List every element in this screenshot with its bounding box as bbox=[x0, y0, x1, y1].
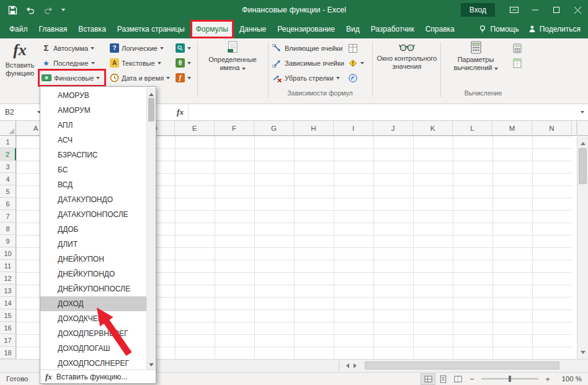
close-button[interactable] bbox=[567, 0, 588, 20]
sign-in-button[interactable]: Вход bbox=[461, 3, 495, 17]
function-menu-item[interactable]: АСЧ bbox=[40, 133, 146, 148]
function-menu-item[interactable]: ДОХОДПОСЛНЕРЕГ bbox=[40, 356, 146, 371]
function-menu-item[interactable]: АПЛ bbox=[40, 118, 146, 133]
row-header-4[interactable]: 4 bbox=[0, 173, 16, 185]
trace-dependents-button[interactable]: Зависимые ячейки bbox=[270, 56, 346, 70]
insert-function-fx-button[interactable]: fx bbox=[172, 104, 189, 120]
vertical-scrollbar[interactable] bbox=[577, 121, 588, 359]
logical-functions-button[interactable]: ? Логические bbox=[108, 41, 166, 55]
page-break-view-button[interactable] bbox=[450, 373, 465, 385]
row-header-17[interactable]: 17 bbox=[0, 334, 16, 347]
row-header-16[interactable]: 16 bbox=[0, 322, 16, 334]
column-header-M[interactable]: M bbox=[492, 121, 532, 136]
row-header-15[interactable]: 15 bbox=[0, 309, 16, 322]
name-box[interactable]: B2 bbox=[0, 104, 35, 120]
row-header-2[interactable]: 2 bbox=[0, 148, 16, 161]
zoom-in-button[interactable]: + bbox=[542, 374, 553, 384]
row-header-8[interactable]: 8 bbox=[0, 223, 16, 235]
minimize-button[interactable] bbox=[525, 0, 546, 20]
calculation-options-button[interactable]: Параметры вычислений bbox=[443, 41, 509, 72]
column-header-E[interactable]: E bbox=[175, 121, 215, 136]
page-layout-view-button[interactable] bbox=[435, 373, 450, 385]
column-header-G[interactable]: G bbox=[254, 121, 294, 136]
save-button[interactable] bbox=[8, 6, 17, 15]
row-header-13[interactable]: 13 bbox=[0, 285, 16, 297]
column-header-K[interactable]: K bbox=[413, 121, 453, 136]
menu-scroll-down-button[interactable] bbox=[147, 361, 156, 370]
scroll-up-button[interactable] bbox=[577, 137, 588, 147]
menu-insert-function-item[interactable]: fx Вставить функцию... bbox=[40, 370, 156, 383]
row-header-1[interactable]: 1 bbox=[0, 136, 16, 148]
function-menu-item[interactable]: ВСД bbox=[40, 177, 146, 192]
row-header-14[interactable]: 14 bbox=[0, 297, 16, 309]
function-menu-item[interactable]: ДНЕЙКУПОНДО bbox=[40, 267, 146, 281]
column-header-J[interactable]: J bbox=[373, 121, 413, 136]
trace-precedents-button[interactable]: Влияющие ячейки bbox=[270, 41, 344, 55]
row-header-18[interactable]: 18 bbox=[0, 347, 16, 359]
error-checking-button[interactable] bbox=[346, 56, 366, 70]
function-menu-item[interactable]: ДДОБ bbox=[40, 222, 146, 237]
column-header-H[interactable]: H bbox=[294, 121, 334, 136]
undo-button[interactable] bbox=[25, 6, 35, 15]
row-header-10[interactable]: 10 bbox=[0, 247, 16, 260]
function-menu-item[interactable]: БС bbox=[40, 162, 146, 177]
scroll-left-button[interactable] bbox=[342, 360, 351, 372]
math-functions-button[interactable]: θ bbox=[174, 56, 193, 70]
watch-window-button[interactable]: Окно контрольного значения bbox=[376, 42, 438, 71]
zoom-out-button[interactable]: − bbox=[466, 374, 478, 384]
function-menu-item[interactable]: ДНЕЙКУПОН bbox=[40, 252, 146, 267]
zoom-level[interactable]: 100 % bbox=[555, 375, 582, 383]
zoom-slider[interactable] bbox=[481, 378, 538, 379]
more-functions-button[interactable]: ƒ bbox=[174, 71, 193, 85]
function-menu-item[interactable]: БЗРАСПИС bbox=[40, 148, 146, 162]
insert-function-button[interactable]: fx Вставить функцию bbox=[1, 40, 38, 77]
ribbon-tab-6[interactable]: Данные bbox=[234, 20, 272, 38]
column-header-partial[interactable] bbox=[572, 121, 577, 136]
function-menu-item[interactable]: ДОХОД bbox=[40, 296, 146, 311]
row-header-3[interactable]: 3 bbox=[0, 161, 16, 173]
column-header-L[interactable]: L bbox=[453, 121, 492, 136]
vertical-scroll-thumb[interactable] bbox=[579, 148, 587, 184]
row-header-6[interactable]: 6 bbox=[0, 198, 16, 210]
ribbon-tab-4[interactable]: Разметка страницы bbox=[112, 20, 190, 38]
select-all-corner[interactable] bbox=[0, 121, 16, 136]
calculate-now-button[interactable] bbox=[511, 41, 523, 55]
ribbon-tab-5[interactable]: Формулы bbox=[190, 20, 234, 38]
ribbon-tab-10[interactable]: Справка bbox=[420, 20, 460, 38]
menu-scroll-thumb[interactable] bbox=[148, 98, 154, 122]
maximize-button[interactable] bbox=[546, 0, 567, 20]
calculate-sheet-button[interactable] bbox=[511, 56, 523, 70]
zoom-slider-thumb[interactable] bbox=[509, 376, 511, 382]
formula-bar-expand-button[interactable] bbox=[577, 104, 588, 120]
row-header-7[interactable]: 7 bbox=[0, 210, 16, 223]
menu-scroll-up-button[interactable] bbox=[147, 89, 156, 97]
scroll-down-button[interactable] bbox=[577, 348, 588, 358]
function-menu-item[interactable]: АМОРУВ bbox=[40, 88, 146, 103]
ribbon-tab-1[interactable]: Файл bbox=[4, 20, 33, 38]
menu-scrollbar[interactable] bbox=[146, 88, 156, 371]
function-menu-item[interactable]: ДАТАКУПОНДО bbox=[40, 192, 146, 207]
function-menu-item[interactable]: ДОХОДПОГАШ bbox=[40, 341, 146, 356]
help-button[interactable]: Помощь bbox=[478, 25, 519, 33]
share-button[interactable]: Поделиться bbox=[528, 25, 581, 33]
ribbon-tab-9[interactable]: Разработчик bbox=[365, 20, 420, 38]
defined-names-button[interactable]: Определенные имена bbox=[200, 41, 265, 72]
function-menu-item[interactable]: ДОХОДКЧЕК bbox=[40, 311, 146, 326]
horizontal-scroll-thumb[interactable] bbox=[365, 361, 559, 370]
autosum-button[interactable]: Σ Автосумма bbox=[40, 41, 96, 55]
datetime-functions-button[interactable]: Дата и время bbox=[108, 71, 172, 85]
column-header-F[interactable]: F bbox=[215, 121, 254, 136]
column-header-N[interactable]: N bbox=[532, 121, 572, 136]
qat-customize-button[interactable] bbox=[61, 9, 65, 11]
ribbon-tab-8[interactable]: Вид bbox=[341, 20, 365, 38]
function-menu-item[interactable]: ДЛИТ bbox=[40, 237, 146, 252]
function-menu-item[interactable]: ДНЕЙКУПОНПОСЛЕ bbox=[40, 281, 146, 296]
formula-input[interactable] bbox=[189, 104, 577, 120]
row-header-12[interactable]: 12 bbox=[0, 272, 16, 285]
row-header-11[interactable]: 11 bbox=[0, 260, 16, 272]
normal-view-button[interactable] bbox=[421, 373, 435, 385]
financial-functions-button[interactable]: Финансовые bbox=[40, 71, 104, 85]
row-header-9[interactable]: 9 bbox=[0, 235, 16, 247]
scroll-right-button[interactable] bbox=[352, 360, 361, 372]
column-header-I[interactable]: I bbox=[334, 121, 373, 136]
